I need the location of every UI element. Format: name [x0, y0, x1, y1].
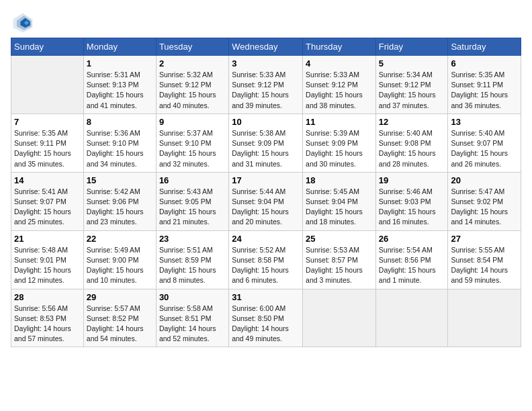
day-detail: Sunrise: 6:00 AMSunset: 8:50 PMDaylight:…: [232, 304, 300, 345]
calendar-cell: 29 Sunrise: 5:57 AMSunset: 8:52 PMDaylig…: [83, 289, 156, 347]
day-number: 11: [306, 117, 373, 127]
day-number: 6: [451, 58, 518, 68]
calendar-week-row: 21 Sunrise: 5:48 AMSunset: 9:01 PMDaylig…: [11, 230, 521, 289]
calendar-cell: 26 Sunrise: 5:54 AMSunset: 8:56 PMDaylig…: [375, 230, 448, 289]
day-detail: Sunrise: 5:45 AMSunset: 9:04 PMDaylight:…: [306, 187, 373, 228]
day-number: 22: [87, 234, 153, 244]
day-number: 27: [451, 234, 518, 244]
day-detail: Sunrise: 5:46 AMSunset: 9:03 PMDaylight:…: [379, 187, 445, 228]
day-number: 15: [87, 175, 153, 185]
day-number: 5: [379, 58, 445, 68]
day-of-week-header: Saturday: [448, 38, 521, 56]
day-of-week-header: Monday: [83, 38, 156, 56]
logo-icon: [11, 11, 35, 35]
day-of-week-header: Thursday: [303, 38, 376, 56]
day-detail: Sunrise: 5:33 AMSunset: 9:12 PMDaylight:…: [306, 70, 373, 111]
calendar-cell: 10 Sunrise: 5:38 AMSunset: 9:09 PMDaylig…: [229, 113, 303, 172]
calendar-week-row: 28 Sunrise: 5:56 AMSunset: 8:53 PMDaylig…: [11, 289, 521, 347]
calendar-cell: 22 Sunrise: 5:49 AMSunset: 9:00 PMDaylig…: [83, 230, 156, 289]
calendar-cell: 13 Sunrise: 5:40 AMSunset: 9:07 PMDaylig…: [448, 113, 521, 172]
day-number: 1: [87, 58, 153, 68]
calendar-cell: 27 Sunrise: 5:55 AMSunset: 8:54 PMDaylig…: [448, 230, 521, 289]
day-detail: Sunrise: 5:37 AMSunset: 9:10 PMDaylight:…: [159, 128, 226, 169]
calendar-cell: 6 Sunrise: 5:35 AMSunset: 9:11 PMDayligh…: [448, 56, 521, 114]
calendar-cell: [448, 289, 521, 347]
calendar-cell: 21 Sunrise: 5:48 AMSunset: 9:01 PMDaylig…: [11, 230, 84, 289]
day-detail: Sunrise: 5:40 AMSunset: 9:07 PMDaylight:…: [451, 128, 518, 169]
day-detail: Sunrise: 5:32 AMSunset: 9:12 PMDaylight:…: [159, 70, 226, 111]
day-detail: Sunrise: 5:43 AMSunset: 9:05 PMDaylight:…: [159, 187, 226, 228]
calendar-cell: 30 Sunrise: 5:58 AMSunset: 8:51 PMDaylig…: [156, 289, 228, 347]
day-number: 19: [379, 175, 445, 185]
calendar-cell: 7 Sunrise: 5:35 AMSunset: 9:11 PMDayligh…: [11, 113, 84, 172]
day-detail: Sunrise: 5:38 AMSunset: 9:09 PMDaylight:…: [232, 128, 300, 169]
header: [11, 11, 521, 35]
calendar-cell: 17 Sunrise: 5:44 AMSunset: 9:04 PMDaylig…: [229, 172, 303, 230]
calendar-week-row: 7 Sunrise: 5:35 AMSunset: 9:11 PMDayligh…: [11, 113, 521, 172]
calendar-cell: 24 Sunrise: 5:52 AMSunset: 8:58 PMDaylig…: [229, 230, 303, 289]
calendar-cell: 12 Sunrise: 5:40 AMSunset: 9:08 PMDaylig…: [375, 113, 448, 172]
day-detail: Sunrise: 5:47 AMSunset: 9:02 PMDaylight:…: [451, 187, 518, 228]
day-number: 28: [14, 292, 81, 302]
day-detail: Sunrise: 5:41 AMSunset: 9:07 PMDaylight:…: [14, 187, 81, 228]
calendar-cell: 8 Sunrise: 5:36 AMSunset: 9:10 PMDayligh…: [83, 113, 156, 172]
day-detail: Sunrise: 5:33 AMSunset: 9:12 PMDaylight:…: [232, 70, 300, 111]
calendar-cell: 1 Sunrise: 5:31 AMSunset: 9:13 PMDayligh…: [83, 56, 156, 114]
calendar-cell: 16 Sunrise: 5:43 AMSunset: 9:05 PMDaylig…: [156, 172, 228, 230]
calendar-cell: 28 Sunrise: 5:56 AMSunset: 8:53 PMDaylig…: [11, 289, 84, 347]
day-of-week-header: Friday: [375, 38, 448, 56]
day-number: 3: [232, 58, 300, 68]
day-detail: Sunrise: 5:39 AMSunset: 9:09 PMDaylight:…: [306, 128, 373, 169]
day-detail: Sunrise: 5:56 AMSunset: 8:53 PMDaylight:…: [14, 304, 81, 345]
calendar-cell: [375, 289, 448, 347]
day-detail: Sunrise: 5:53 AMSunset: 8:57 PMDaylight:…: [306, 245, 373, 286]
day-detail: Sunrise: 5:48 AMSunset: 9:01 PMDaylight:…: [14, 245, 81, 286]
day-number: 30: [159, 292, 226, 302]
day-number: 14: [14, 175, 81, 185]
calendar-cell: 25 Sunrise: 5:53 AMSunset: 8:57 PMDaylig…: [303, 230, 376, 289]
day-number: 13: [451, 117, 518, 127]
day-detail: Sunrise: 5:51 AMSunset: 8:59 PMDaylight:…: [159, 245, 226, 286]
calendar-cell: 15 Sunrise: 5:42 AMSunset: 9:06 PMDaylig…: [83, 172, 156, 230]
day-detail: Sunrise: 5:58 AMSunset: 8:51 PMDaylight:…: [159, 304, 226, 345]
calendar-week-row: 14 Sunrise: 5:41 AMSunset: 9:07 PMDaylig…: [11, 172, 521, 230]
day-number: 12: [379, 117, 445, 127]
day-detail: Sunrise: 5:35 AMSunset: 9:11 PMDaylight:…: [451, 70, 518, 111]
calendar-cell: 23 Sunrise: 5:51 AMSunset: 8:59 PMDaylig…: [156, 230, 228, 289]
day-detail: Sunrise: 5:34 AMSunset: 9:12 PMDaylight:…: [379, 70, 445, 111]
day-detail: Sunrise: 5:49 AMSunset: 9:00 PMDaylight:…: [87, 245, 153, 286]
day-number: 16: [159, 175, 226, 185]
day-number: 18: [306, 175, 373, 185]
calendar-week-row: 1 Sunrise: 5:31 AMSunset: 9:13 PMDayligh…: [11, 56, 521, 114]
day-detail: Sunrise: 5:36 AMSunset: 9:10 PMDaylight:…: [87, 128, 153, 169]
day-detail: Sunrise: 5:35 AMSunset: 9:11 PMDaylight:…: [14, 128, 81, 169]
day-detail: Sunrise: 5:40 AMSunset: 9:08 PMDaylight:…: [379, 128, 445, 169]
day-number: 7: [14, 117, 81, 127]
day-number: 31: [232, 292, 300, 302]
calendar-cell: 11 Sunrise: 5:39 AMSunset: 9:09 PMDaylig…: [303, 113, 376, 172]
day-number: 9: [159, 117, 226, 127]
day-number: 17: [232, 175, 300, 185]
day-detail: Sunrise: 5:57 AMSunset: 8:52 PMDaylight:…: [87, 304, 153, 345]
calendar-cell: 5 Sunrise: 5:34 AMSunset: 9:12 PMDayligh…: [375, 56, 448, 114]
day-number: 10: [232, 117, 300, 127]
calendar-cell: 18 Sunrise: 5:45 AMSunset: 9:04 PMDaylig…: [303, 172, 376, 230]
day-number: 25: [306, 234, 373, 244]
day-of-week-header: Sunday: [11, 38, 84, 56]
calendar-container: SundayMondayTuesdayWednesdayThursdayFrid…: [0, 0, 532, 353]
day-number: 24: [232, 234, 300, 244]
day-detail: Sunrise: 5:52 AMSunset: 8:58 PMDaylight:…: [232, 245, 300, 286]
calendar-cell: [303, 289, 376, 347]
day-number: 20: [451, 175, 518, 185]
calendar-cell: 4 Sunrise: 5:33 AMSunset: 9:12 PMDayligh…: [303, 56, 376, 114]
day-detail: Sunrise: 5:54 AMSunset: 8:56 PMDaylight:…: [379, 245, 445, 286]
day-detail: Sunrise: 5:55 AMSunset: 8:54 PMDaylight:…: [451, 245, 518, 286]
calendar-cell: [11, 56, 84, 114]
day-number: 26: [379, 234, 445, 244]
calendar-cell: 3 Sunrise: 5:33 AMSunset: 9:12 PMDayligh…: [229, 56, 303, 114]
calendar-cell: 20 Sunrise: 5:47 AMSunset: 9:02 PMDaylig…: [448, 172, 521, 230]
calendar-cell: 9 Sunrise: 5:37 AMSunset: 9:10 PMDayligh…: [156, 113, 228, 172]
calendar-cell: 14 Sunrise: 5:41 AMSunset: 9:07 PMDaylig…: [11, 172, 84, 230]
day-number: 8: [87, 117, 153, 127]
day-number: 29: [87, 292, 153, 302]
